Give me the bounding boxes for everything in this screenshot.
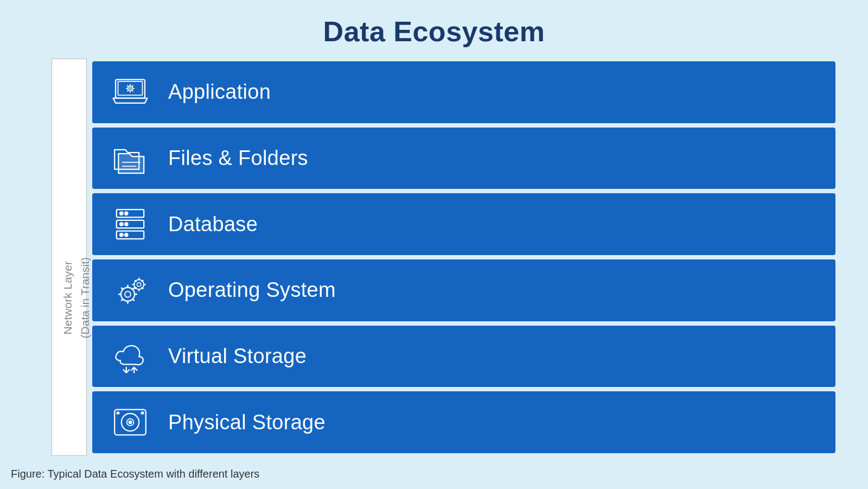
svg-point-34 <box>137 282 141 286</box>
svg-point-21 <box>120 233 123 236</box>
layer-operating-system: Operating System <box>92 259 835 321</box>
svg-point-19 <box>120 223 123 225</box>
svg-line-8 <box>127 85 128 86</box>
svg-point-24 <box>125 291 131 297</box>
laptop-gear-icon <box>108 71 152 114</box>
content-area: Network Layer (Data in Transit) <box>0 59 868 461</box>
svg-point-20 <box>125 223 127 225</box>
layer-files-folders: Files & Folders <box>92 128 835 189</box>
svg-point-49 <box>117 412 119 414</box>
layer-physical-storage: Physical Storage <box>92 391 835 453</box>
svg-line-41 <box>135 287 136 288</box>
svg-point-2 <box>128 86 133 91</box>
files-folders-label: Files & Folders <box>168 147 308 170</box>
gears-icon <box>108 269 152 312</box>
layer-database: Database <box>92 193 835 255</box>
server-icon <box>108 202 152 246</box>
svg-point-3 <box>129 87 131 90</box>
svg-point-22 <box>125 233 127 236</box>
svg-line-32 <box>132 288 134 290</box>
operating-system-label: Operating System <box>168 278 336 302</box>
folder-stack-icon <box>108 137 152 180</box>
figure-caption: Figure: Typical Data Ecosystem with diff… <box>0 461 868 489</box>
sidebar-wrapper: Network Layer (Data in Transit) <box>0 59 92 456</box>
sidebar-label: Network Layer (Data in Transit) <box>59 257 93 338</box>
svg-line-39 <box>135 281 136 282</box>
page-container: Data Ecosystem Network Layer (Data in Tr… <box>0 0 868 489</box>
svg-line-11 <box>132 85 133 86</box>
svg-point-18 <box>125 212 127 215</box>
title-area: Data Ecosystem <box>0 0 868 59</box>
svg-rect-1 <box>118 81 143 95</box>
svg-line-42 <box>142 281 143 282</box>
physical-storage-label: Physical Storage <box>168 411 326 434</box>
layer-application: Application <box>92 61 835 123</box>
layer-virtual-storage: Virtual Storage <box>92 326 835 388</box>
svg-point-50 <box>142 412 144 414</box>
hard-drive-icon <box>108 401 152 444</box>
cloud-sync-icon <box>108 335 152 378</box>
application-label: Application <box>168 80 271 104</box>
layers-container: Application Files & Folders <box>92 59 835 456</box>
svg-line-40 <box>142 287 143 288</box>
database-label: Database <box>168 213 258 236</box>
svg-line-9 <box>132 90 133 91</box>
svg-line-30 <box>132 299 134 301</box>
page-title: Data Ecosystem <box>0 15 868 48</box>
svg-point-17 <box>120 212 123 215</box>
svg-line-10 <box>127 90 128 91</box>
virtual-storage-label: Virtual Storage <box>168 345 307 368</box>
svg-point-48 <box>129 421 132 424</box>
svg-line-29 <box>122 288 123 290</box>
svg-line-31 <box>122 299 123 301</box>
